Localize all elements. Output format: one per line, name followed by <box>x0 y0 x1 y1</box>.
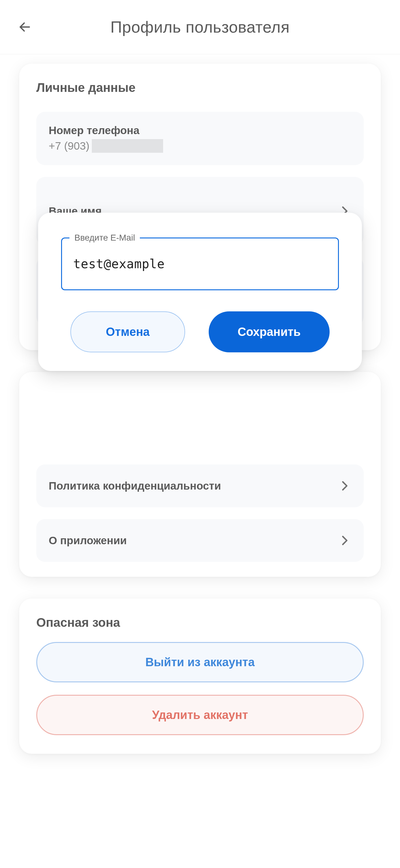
dialog-button-row: Отмена Сохранить <box>61 311 339 352</box>
save-button[interactable]: Сохранить <box>209 311 330 352</box>
email-text-field-label: Введите E-Mail <box>69 233 140 243</box>
privacy-policy-label: Политика конфиденциальности <box>49 479 221 492</box>
phone-value-redacted <box>92 139 163 153</box>
email-input[interactable] <box>73 257 327 271</box>
phone-label: Номер телефона <box>49 124 351 136</box>
back-button[interactable] <box>15 18 34 36</box>
email-edit-dialog: Введите E-Mail Отмена Сохранить <box>38 213 362 371</box>
personal-data-card: Личные данные Номер телефона +7 (903) Ва… <box>19 64 381 350</box>
cancel-button[interactable]: Отмена <box>70 311 185 352</box>
phone-tile: Номер телефона +7 (903) <box>36 112 364 165</box>
logout-button[interactable]: Выйти из аккаунта <box>36 642 364 682</box>
chevron-right-icon <box>338 479 351 493</box>
email-text-field[interactable]: Введите E-Mail <box>61 238 339 290</box>
privacy-policy-tile[interactable]: Политика конфиденциальности <box>36 464 364 507</box>
danger-zone-heading: Опасная зона <box>36 616 364 629</box>
top-bar: Профиль пользователя <box>0 0 400 54</box>
delete-account-button[interactable]: Удалить аккаунт <box>36 695 364 735</box>
phone-value-prefix: +7 (903) <box>49 140 89 152</box>
danger-zone-card: Опасная зона Выйти из аккаунта Удалить а… <box>19 598 381 754</box>
about-app-label: О приложении <box>49 534 127 547</box>
page-body: Личные данные Номер телефона +7 (903) Ва… <box>0 54 400 754</box>
page-title: Профиль пользователя <box>34 18 385 36</box>
about-app-tile[interactable]: О приложении <box>36 519 364 562</box>
personal-data-heading: Личные данные <box>36 81 364 95</box>
arrow-left-icon <box>18 20 32 34</box>
other-settings-card: Политика конфиденциальности О приложении <box>19 372 381 577</box>
phone-value: +7 (903) <box>49 139 351 153</box>
chevron-right-icon <box>338 534 351 547</box>
popup-overlap-spacer <box>36 387 364 464</box>
